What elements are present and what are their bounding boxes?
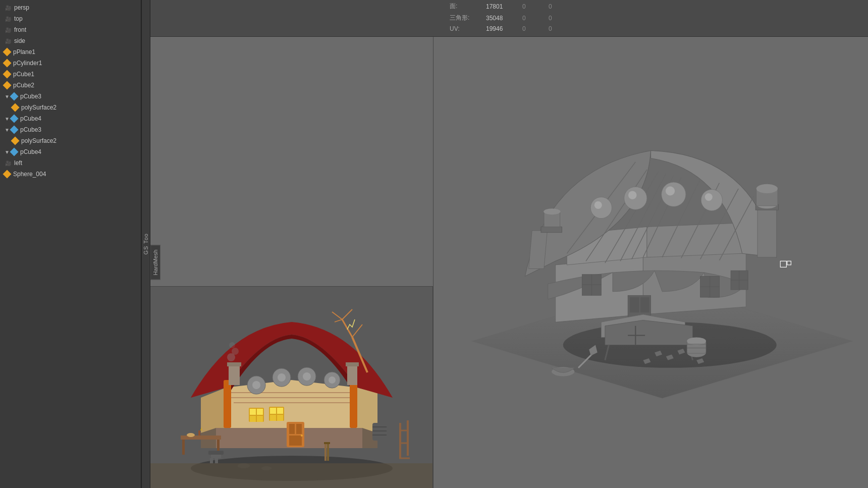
svg-point-98	[705, 193, 713, 201]
svg-point-92	[594, 201, 602, 209]
svg-rect-31	[257, 416, 263, 422]
svg-point-41	[301, 435, 303, 437]
svg-rect-67	[150, 463, 433, 488]
svg-rect-119	[630, 297, 639, 312]
tree-item-pcube2[interactable]: pCube2	[0, 80, 141, 91]
tree-label: pCube4	[20, 148, 41, 155]
svg-rect-35	[270, 415, 276, 421]
svg-rect-42	[229, 365, 240, 385]
gs-tool-panel: GS Too	[141, 0, 150, 488]
svg-rect-43	[227, 362, 241, 366]
svg-rect-12	[350, 380, 357, 428]
svg-rect-54	[198, 430, 200, 436]
gs-tool-label: GS Too	[143, 233, 149, 255]
tree-item-side[interactable]: side	[0, 35, 141, 46]
tree-item-pcube1[interactable]: pCube1	[0, 69, 141, 80]
expand-icon: ▼	[4, 149, 10, 155]
uv-label: UV:	[450, 25, 480, 32]
group-icon	[10, 92, 19, 101]
mesh-icon	[3, 170, 12, 179]
svg-point-16	[278, 373, 286, 382]
svg-point-97	[701, 189, 722, 210]
tree-label: polySurface2	[21, 104, 57, 111]
mesh-icon	[3, 70, 12, 79]
tree-label: pCylinder1	[13, 60, 42, 67]
svg-point-95	[662, 182, 686, 206]
svg-rect-45	[346, 362, 359, 366]
svg-rect-46	[372, 423, 387, 441]
expand-icon: ▼	[4, 127, 10, 133]
tree-item-pcube3-1[interactable]: ▼ pCube3	[0, 91, 141, 102]
uv-value: 19946	[486, 25, 516, 32]
tree-label: pPlane1	[13, 48, 35, 56]
svg-rect-62	[208, 451, 224, 455]
svg-rect-29	[257, 409, 263, 415]
triangle-value: 35048	[486, 15, 516, 22]
camera-icon	[4, 4, 12, 12]
scene-tree: persp top front side pPlane1 pCylinder1 …	[0, 0, 141, 488]
tree-item-top[interactable]: top	[0, 13, 141, 24]
svg-rect-36	[277, 415, 283, 421]
expand-icon: ▼	[4, 116, 10, 122]
tree-label: top	[14, 15, 23, 22]
svg-rect-11	[224, 380, 231, 428]
svg-rect-64	[215, 458, 218, 463]
expand-icon: ▼	[4, 93, 10, 99]
mesh-icon	[11, 103, 20, 112]
svg-point-96	[666, 186, 675, 195]
mesh-icon	[3, 48, 12, 57]
group-icon	[10, 126, 19, 134]
uv-col2: 0	[549, 25, 569, 32]
tree-item-persp[interactable]: persp	[0, 2, 141, 13]
hardmesh-label: HardMesh	[150, 245, 160, 280]
mesh-icon	[3, 59, 12, 68]
svg-point-72	[232, 348, 239, 355]
face-label: 面:	[450, 2, 480, 11]
tree-label: side	[14, 37, 25, 44]
tree-label: persp	[14, 4, 29, 11]
3d-model-viewport[interactable]	[433, 37, 868, 488]
cursor-svg	[780, 261, 791, 267]
svg-point-20	[329, 376, 336, 384]
tree-item-sphere004[interactable]: Sphere_004	[0, 169, 141, 180]
svg-rect-69	[327, 443, 329, 461]
triangle-stat-row: 三角形: 35048 0 0	[450, 14, 569, 22]
mesh-icon	[11, 137, 20, 145]
stats-bar: 面: 17801 0 0 三角形: 35048 0 0 UV: 19946	[150, 0, 868, 37]
face-stat-row: 面: 17801 0 0	[450, 2, 569, 11]
camera-icon	[4, 159, 12, 167]
svg-rect-51	[182, 440, 185, 455]
3d-model-svg	[433, 37, 868, 488]
tree-item-left[interactable]: left	[0, 157, 141, 169]
tree-item-pplane1[interactable]: pPlane1	[0, 46, 141, 58]
svg-point-108	[756, 184, 778, 193]
camera-icon	[4, 37, 12, 45]
svg-rect-33	[270, 408, 276, 414]
svg-marker-2	[226, 380, 357, 428]
face-col2: 0	[549, 3, 569, 10]
svg-rect-30	[250, 416, 256, 422]
svg-rect-44	[347, 365, 357, 385]
reference-render-svg	[150, 287, 433, 488]
tree-item-pcube4-1[interactable]: ▼ pCube4	[0, 113, 141, 124]
group-icon	[10, 115, 19, 123]
svg-rect-120	[640, 297, 649, 312]
tree-item-polysurface2-2[interactable]: polySurface2	[0, 135, 141, 146]
svg-marker-80	[647, 223, 742, 257]
tree-item-pcube3-2[interactable]: ▼ pCube3	[0, 124, 141, 135]
svg-rect-70	[324, 442, 330, 444]
tree-item-pcylinder1[interactable]: pCylinder1	[0, 58, 141, 69]
svg-point-94	[628, 191, 637, 199]
svg-point-103	[544, 208, 560, 214]
scene-outliner: persp top front side pPlane1 pCylinder1 …	[0, 0, 141, 488]
tree-item-polysurface2-1[interactable]: polySurface2	[0, 102, 141, 113]
tree-item-front[interactable]: front	[0, 24, 141, 35]
svg-point-93	[624, 187, 647, 209]
tree-label: pCube4	[20, 115, 41, 122]
group-icon	[10, 148, 19, 156]
3d-viewport[interactable]: HardMesh	[150, 37, 868, 488]
triangle-label: 三角形:	[450, 14, 480, 22]
svg-rect-68	[324, 443, 327, 461]
tree-item-pcube4-2[interactable]: ▼ pCube4	[0, 146, 141, 157]
camera-icon	[4, 15, 12, 23]
